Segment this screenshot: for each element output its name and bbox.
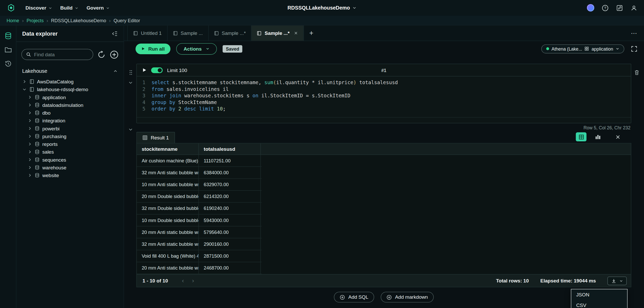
table-row[interactable]: Void fill 400 L bag (White) 400L2871500.… [137,250,262,262]
chevron-right-icon[interactable] [28,157,32,162]
tree-item-website[interactable]: website [21,171,119,179]
chevron-down-icon[interactable] [22,87,27,92]
table-row[interactable]: 32 mm Anti static bubble wrap ...2900160… [137,238,262,250]
export-option-json[interactable]: JSON [571,289,627,300]
breadcrumb-item[interactable]: RDSSQLLakehouseDemo [51,18,106,23]
table-row[interactable]: Air cushion machine (Blue)11107251.00 [137,155,262,167]
data-tree: AwsDataCataloglakehouse-rdssql-demoappli… [21,78,119,179]
chevron-right-icon[interactable] [28,126,32,131]
table-row[interactable]: 32 mm Anti static bubble wrap ...6384000… [137,167,262,179]
collapse-results-icon[interactable] [128,127,133,132]
sql-code-editor[interactable]: 1select s.stockitemname stockitemname, s… [137,76,631,112]
editor-tab-4[interactable]: Sample ...* [252,26,304,41]
chevron-right-icon[interactable] [22,79,27,84]
add-data-button[interactable] [110,50,119,59]
prev-page-button[interactable]: ‹ [182,278,184,283]
next-page-button[interactable]: › [192,278,194,283]
nav-menu-build[interactable]: Build [56,3,83,13]
table-row[interactable]: 20 mm Double sided bubble wr...6214320.0… [137,191,262,203]
table-cell: 20 mm Double sided bubble wr... [137,191,199,202]
search-box [21,49,93,60]
editor-empty-line[interactable] [137,117,631,123]
user-profile-icon[interactable] [630,4,637,11]
tab-overflow-menu[interactable]: ⋯ [631,26,637,41]
chevron-right-icon[interactable] [28,142,32,146]
notebook-worksheet: Limit 100 #1 1select s.stockitemname sto… [124,56,644,308]
limit-toggle[interactable] [151,67,163,73]
project-title: RDSSQLLakehouseDemo [287,5,350,11]
limit-toggle-label: Limit 100 [167,67,187,73]
delete-cell-icon[interactable] [634,69,640,76]
drag-handle-icon[interactable] [129,69,133,76]
table-row[interactable]: 32 mm Double sided bubble wr...6190240.0… [137,203,262,215]
editor-tab-3[interactable]: Sample ...* [208,26,252,41]
tree-item-integration[interactable]: integration [21,117,119,124]
editor-empty-line[interactable] [137,112,631,118]
column-header-stockitemname[interactable]: stockitemname [137,144,199,155]
editor-tab-2[interactable]: Sample ... [167,26,208,41]
collapse-cell-icon[interactable] [128,80,133,85]
run-all-button[interactable]: Run all [135,43,170,54]
table-row[interactable]: 20 mm Anti static bubble wrap ...2468700… [137,262,262,274]
download-results-button[interactable] [607,276,627,285]
tree-item-lakehouse-rdssql-demo[interactable]: lakehouse-rdssql-demo [21,85,119,93]
table-view-button[interactable] [576,132,586,141]
collapse-panel-icon[interactable] [111,30,118,37]
tree-item-powerbi[interactable]: powerbi [21,124,119,132]
table-row[interactable]: 10 mm Anti static bubble wrap ...6329070… [137,179,262,191]
feedback-icon[interactable] [616,4,623,11]
history-icon[interactable] [4,60,12,67]
help-icon[interactable]: ? [602,4,609,11]
app-logo-icon[interactable] [6,3,15,12]
run-cell-button[interactable] [142,68,147,73]
search-input[interactable] [34,52,89,57]
add-sql-button[interactable]: Add SQL [334,292,374,302]
saved-status-badge: Saved [223,45,243,52]
close-results-icon[interactable] [615,134,621,140]
tree-item-sequences[interactable]: sequences [21,156,119,163]
breadcrumb-item[interactable]: Projects [27,18,44,23]
breadcrumb-item[interactable]: Home [6,18,19,23]
result-tab[interactable]: Result 1 [136,132,175,143]
data-explorer-icon[interactable] [4,32,12,40]
lakehouse-section-header[interactable]: Lakehouse [21,65,119,78]
tree-item-AwsDataCatalog[interactable]: AwsDataCatalog [21,78,119,85]
connection-selector[interactable]: Athena (Lake... application [541,44,624,53]
chevron-right-icon[interactable] [28,173,32,178]
amazon-q-icon[interactable] [587,4,594,12]
chart-view-button[interactable] [595,133,601,140]
chevron-right-icon[interactable] [28,165,32,170]
close-tab-icon[interactable] [294,31,298,35]
chevron-right-icon[interactable] [28,95,32,100]
tree-item-reports[interactable]: reports [21,140,119,148]
plus-circle-icon [340,295,345,300]
chevron-right-icon[interactable] [28,110,32,115]
table-row[interactable]: 10 mm Double sided bubble wr...5943000.0… [137,215,262,226]
tree-item-application[interactable]: application [21,93,119,101]
tree-item-warehouse[interactable]: warehouse [21,164,119,171]
nav-menu-discover[interactable]: Discover [21,3,56,13]
tree-item-sales[interactable]: sales [21,148,119,156]
schema-icon [35,94,40,100]
column-header-totalsalesusd[interactable]: totalsalesusd [199,144,261,155]
tree-item-dataloadsimulation[interactable]: dataloadsimulation [21,101,119,109]
actions-button[interactable]: Actions [176,43,217,54]
refresh-button[interactable] [97,50,106,59]
table-row[interactable]: 20 mm Anti static bubble wrap ...5795640… [137,226,262,238]
nav-menu-govern[interactable]: Govern [82,3,114,13]
tree-item-label: lakehouse-rdssql-demo [37,86,88,92]
chevron-right-icon[interactable] [28,134,32,139]
files-icon[interactable] [4,46,12,53]
tree-item-purchasing[interactable]: purchasing [21,132,119,140]
chevron-right-icon[interactable] [28,103,32,107]
chevron-right-icon[interactable] [28,118,32,123]
editor-tab-1[interactable]: Untitled 1 [127,26,167,41]
export-option-csv[interactable]: CSV [571,300,627,308]
add-markdown-label: Add markdown [395,294,428,300]
new-tab-button[interactable]: + [304,26,319,41]
fullscreen-icon[interactable] [631,45,637,52]
tree-item-dbo[interactable]: dbo [21,109,119,117]
project-switcher[interactable]: RDSSQLLakehouseDemo [287,5,357,11]
add-markdown-button[interactable]: Add markdown [381,292,433,302]
chevron-right-icon[interactable] [28,149,32,154]
